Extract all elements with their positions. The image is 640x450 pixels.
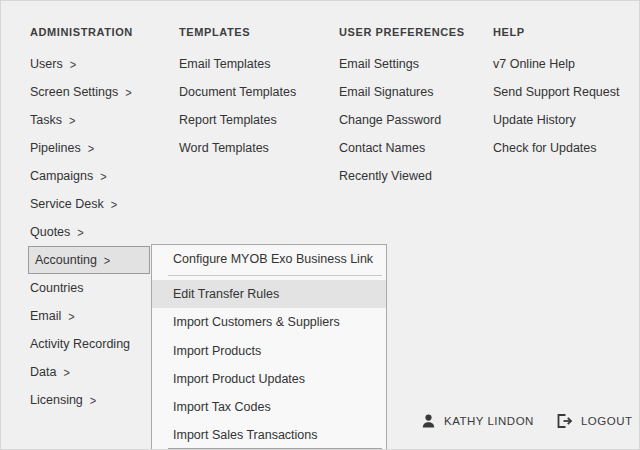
chevron-right-icon: > [90, 393, 96, 407]
user-bar: KATHY LINDON LOGOUT [421, 407, 631, 435]
accounting-submenu: Configure MYOB Exo Business Link Edit Tr… [151, 244, 387, 450]
column-header-help: HELP [493, 23, 525, 41]
menu-column-administration: ADMINISTRATION Users> Screen Settings> T… [30, 23, 133, 41]
column-header-user-preferences: USER PREFERENCES [339, 23, 465, 41]
menu-item-contact-names[interactable]: Contact Names [339, 134, 441, 162]
submenu-item-import-product-updates[interactable]: Import Product Updates [152, 365, 386, 393]
submenu-item-edit-transfer-rules[interactable]: Edit Transfer Rules [152, 280, 386, 308]
menu-column-user-preferences: USER PREFERENCES Email Settings Email Si… [339, 23, 465, 41]
menu-item-document-templates[interactable]: Document Templates [179, 78, 296, 106]
menu-item-service-desk[interactable]: Service Desk> [30, 190, 150, 218]
logout-icon [556, 413, 573, 429]
user-icon [421, 413, 436, 429]
menu-column-help: HELP v7 Online Help Send Support Request… [493, 23, 525, 41]
menu-item-recently-viewed[interactable]: Recently Viewed [339, 162, 441, 190]
chevron-right-icon: > [77, 225, 83, 239]
submenu-item-import-customers-suppliers[interactable]: Import Customers & Suppliers [152, 308, 386, 336]
menu-item-pipelines[interactable]: Pipelines> [30, 134, 150, 162]
menu-item-email[interactable]: Email> [30, 302, 150, 330]
menu-item-accounting[interactable]: Accounting> [28, 246, 150, 274]
menu-item-screen-settings[interactable]: Screen Settings> [30, 78, 150, 106]
chevron-right-icon: > [88, 141, 94, 155]
chevron-right-icon: > [63, 365, 69, 379]
logout-button[interactable]: LOGOUT [556, 413, 633, 429]
menu-item-email-signatures[interactable]: Email Signatures [339, 78, 441, 106]
menu-item-campaigns[interactable]: Campaigns> [30, 162, 150, 190]
submenu-item-import-products[interactable]: Import Products [152, 337, 386, 365]
user-name: KATHY LINDON [444, 415, 534, 427]
chevron-right-icon: > [125, 85, 131, 99]
chevron-right-icon: > [69, 113, 75, 127]
menu-item-change-password[interactable]: Change Password [339, 106, 441, 134]
current-user: KATHY LINDON [421, 413, 534, 429]
menu-item-quotes[interactable]: Quotes> [30, 218, 150, 246]
menu-column-templates: TEMPLATES Email Templates Document Templ… [179, 23, 250, 41]
menu-item-report-templates[interactable]: Report Templates [179, 106, 296, 134]
chevron-right-icon: > [111, 197, 117, 211]
submenu-separator [168, 275, 382, 276]
menu-item-tasks[interactable]: Tasks> [30, 106, 150, 134]
chevron-right-icon: > [104, 253, 110, 267]
menu-item-countries[interactable]: Countries [30, 274, 150, 302]
menu-item-users[interactable]: Users> [30, 50, 150, 78]
menu-item-email-templates[interactable]: Email Templates [179, 50, 296, 78]
chevron-right-icon: > [68, 309, 74, 323]
menu-item-update-history[interactable]: Update History [493, 106, 619, 134]
logout-label: LOGOUT [581, 415, 633, 427]
menu-item-data[interactable]: Data> [30, 358, 150, 386]
chevron-right-icon: > [100, 169, 106, 183]
menu-item-activity-recording[interactable]: Activity Recording [30, 330, 150, 358]
menu-item-licensing[interactable]: Licensing> [30, 386, 150, 414]
settings-menu-window: ADMINISTRATION Users> Screen Settings> T… [0, 0, 640, 450]
menu-item-check-for-updates[interactable]: Check for Updates [493, 134, 619, 162]
menu-item-online-help[interactable]: v7 Online Help [493, 50, 619, 78]
menu-item-send-support-request[interactable]: Send Support Request [493, 78, 619, 106]
submenu-item-import-tax-codes[interactable]: Import Tax Codes [152, 393, 386, 421]
column-header-templates: TEMPLATES [179, 23, 250, 41]
menu-item-email-settings[interactable]: Email Settings [339, 50, 441, 78]
submenu-item-import-sales-transactions[interactable]: Import Sales Transactions [152, 421, 386, 449]
submenu-item-configure-myob-exo-business-link[interactable]: Configure MYOB Exo Business Link [152, 245, 386, 273]
menu-item-word-templates[interactable]: Word Templates [179, 134, 296, 162]
chevron-right-icon: > [70, 57, 76, 71]
column-header-administration: ADMINISTRATION [30, 23, 133, 41]
